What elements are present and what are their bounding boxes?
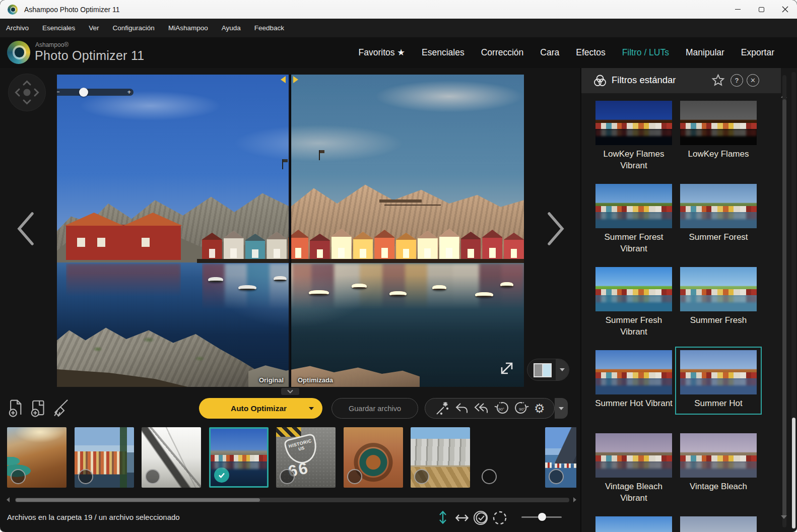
- filter-summer-hot-vibrant[interactable]: Summer Hot Vibrant: [591, 348, 676, 414]
- zoom-out-icon[interactable]: −: [57, 88, 60, 96]
- compare-mode-button[interactable]: [527, 359, 569, 381]
- collapse-preview-button[interactable]: [281, 388, 299, 395]
- magic-wand-button[interactable]: [434, 401, 449, 416]
- window-scrollbar-thumb[interactable]: [792, 418, 795, 528]
- filter-next-1[interactable]: [591, 514, 676, 532]
- thumb-check[interactable]: [549, 469, 564, 484]
- filter-summer-forest[interactable]: Summer Forest: [676, 181, 761, 247]
- thumbnail-size-thumb[interactable]: [538, 513, 546, 521]
- next-image-button[interactable]: [545, 211, 566, 247]
- tab-esenciales[interactable]: Esenciales: [422, 47, 464, 58]
- thumbnail-size-slider[interactable]: [521, 516, 562, 518]
- chevron-right-icon: [545, 211, 566, 247]
- compare-mode-dropdown[interactable]: [556, 359, 569, 380]
- menu-item-configuracion[interactable]: Configuración: [113, 24, 155, 32]
- clean-button[interactable]: [50, 397, 71, 418]
- auto-optimize-label: Auto Optimizar: [231, 404, 287, 413]
- filter-summer-hot[interactable]: Summer Hot: [676, 348, 761, 414]
- filter-summer-forest-vibrant[interactable]: Summer Forest Vibrant: [591, 181, 676, 259]
- tab-filtro-luts[interactable]: Filtro / LUTs: [622, 47, 669, 58]
- thumb-check[interactable]: [482, 469, 497, 484]
- window-scrollbar[interactable]: [791, 72, 796, 529]
- panel-close-icon[interactable]: ✕: [747, 74, 759, 87]
- thumb-check[interactable]: [347, 469, 362, 484]
- original-image-half[interactable]: [57, 75, 290, 387]
- menu-item-ayuda[interactable]: Ayuda: [222, 24, 241, 32]
- tab-favoritos[interactable]: Favoritos ★: [359, 47, 406, 58]
- auto-optimize-button[interactable]: Auto Optimizar: [199, 398, 322, 419]
- zoom-slider[interactable]: − +: [57, 89, 134, 96]
- help-icon[interactable]: ?: [730, 74, 743, 87]
- main-nav: Favoritos ★EsencialesCorrecciónCaraEfect…: [359, 37, 774, 68]
- menu-item-ver[interactable]: Ver: [89, 24, 99, 32]
- compare-original-button[interactable]: [473, 510, 489, 526]
- filter-summer-fresh-vibrant[interactable]: Summer Fresh Vibrant: [591, 264, 676, 342]
- settings-button[interactable]: ⚙: [534, 403, 545, 415]
- refresh-view-button[interactable]: [492, 510, 508, 526]
- zoom-in-icon[interactable]: +: [127, 88, 131, 96]
- favorite-star-icon[interactable]: [711, 74, 725, 87]
- filter-summer-fresh[interactable]: Summer Fresh: [676, 264, 761, 330]
- filter-vintage-bleach[interactable]: Vintage Bleach: [676, 431, 761, 497]
- filmstrip-scrollbar-thumb[interactable]: [16, 498, 260, 502]
- filmstrip-thumb-manarola[interactable]: [75, 427, 134, 488]
- filmstrip-thumb-harbor[interactable]: [209, 427, 269, 488]
- boat-shape: [208, 277, 223, 282]
- undo-all-button[interactable]: [473, 402, 489, 416]
- house-shape: [374, 230, 394, 259]
- filter-lowkey-flames[interactable]: LowKey Flames: [676, 98, 761, 164]
- fullscreen-button[interactable]: [495, 357, 518, 380]
- menu-item-feedback[interactable]: Feedback: [254, 24, 284, 32]
- save-file-button[interactable]: Guardar archivo: [331, 398, 418, 419]
- close-button[interactable]: [773, 0, 797, 19]
- fit-horizontal-button[interactable]: [454, 512, 470, 524]
- edit-tools-dropdown[interactable]: [555, 398, 568, 419]
- panel-scrollbar-thumb[interactable]: [782, 99, 786, 517]
- filter-vintage-bleach-vibrant[interactable]: Vintage Bleach Vibrant: [591, 431, 676, 508]
- tab-exportar[interactable]: Exportar: [741, 47, 774, 58]
- filmstrip-thumb-route66[interactable]: HISTORICUS66: [276, 427, 336, 488]
- filmstrip-thumb-fjord[interactable]: [545, 427, 576, 488]
- menu-item-archivo[interactable]: Archivo: [6, 24, 29, 32]
- menu-item-miashampoo[interactable]: MiAshampoo: [168, 24, 208, 32]
- thumb-check[interactable]: [145, 469, 160, 484]
- filmstrip-thumb-horseshoe[interactable]: [344, 427, 403, 488]
- filmstrip-scroll-left-icon[interactable]: [7, 497, 10, 502]
- tab-manipular[interactable]: Manipular: [686, 47, 724, 58]
- filmstrip-thumb-monument-valley[interactable]: [478, 427, 538, 488]
- maximize-button[interactable]: [750, 0, 773, 19]
- tab-cara[interactable]: Cara: [540, 47, 559, 58]
- tab-correccion[interactable]: Corrección: [481, 47, 524, 58]
- filmstrip-scrollbar[interactable]: [15, 498, 569, 502]
- rotate-left-button[interactable]: 90°: [493, 401, 509, 417]
- panel-scroll-down-icon[interactable]: [781, 515, 787, 519]
- filter-panel-header: Filtros estándar ? ✕: [581, 68, 781, 93]
- tab-efectos[interactable]: Efectos: [576, 47, 605, 58]
- rotate-right-button[interactable]: 90°: [514, 401, 530, 417]
- filter-next-2[interactable]: [676, 514, 761, 532]
- filmstrip-scroll-right-icon[interactable]: [573, 497, 576, 502]
- undo-button[interactable]: [454, 402, 469, 416]
- filmstrip-thumb-fog-bridge[interactable]: [142, 427, 201, 488]
- minimize-button[interactable]: [726, 0, 750, 19]
- compare-divider[interactable]: [289, 75, 291, 387]
- thumb-check[interactable]: [11, 469, 26, 484]
- house-shape: [245, 234, 265, 259]
- menu-item-esenciales[interactable]: Esenciales: [42, 24, 75, 32]
- pan-control[interactable]: [8, 74, 46, 111]
- filter-lowkey-flames-vibrant[interactable]: LowKey Flames Vibrant: [591, 98, 676, 176]
- previous-image-button[interactable]: [15, 211, 36, 247]
- add-file-button[interactable]: [7, 398, 26, 418]
- thumb-check-selected[interactable]: [214, 468, 229, 483]
- thumb-check[interactable]: [414, 469, 429, 484]
- zoom-slider-thumb[interactable]: [79, 88, 88, 97]
- filmstrip-thumb-mailboxes[interactable]: [411, 427, 470, 488]
- photo-scene: [291, 75, 524, 387]
- filmstrip-thumb-canyon-lake[interactable]: [7, 427, 67, 488]
- fit-vertical-button[interactable]: [436, 510, 449, 525]
- panel-scrollbar[interactable]: [782, 75, 786, 527]
- thumb-check[interactable]: [280, 469, 295, 484]
- optimized-image-half[interactable]: [291, 75, 524, 387]
- add-folder-button[interactable]: [29, 398, 48, 418]
- thumb-check[interactable]: [78, 469, 93, 484]
